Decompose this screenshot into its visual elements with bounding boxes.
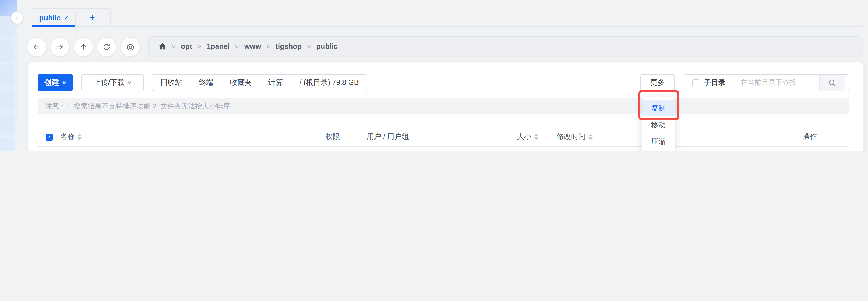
select-all-checkbox[interactable]: ✓ [45, 134, 53, 141]
plus-icon: + [90, 12, 95, 23]
search-group: 子目录 在当前目录下查找 [684, 74, 849, 91]
upload-download-button[interactable]: 上传/下载∨ [81, 74, 144, 91]
search-icon [828, 78, 836, 87]
arrow-up-icon [80, 43, 88, 51]
root-disk-info[interactable]: / (根目录) 79.8 GB [291, 75, 367, 91]
col-mtime: 修改时间 [557, 132, 586, 141]
menu-item-copy[interactable]: 复制 [642, 100, 675, 116]
tab-public[interactable]: public × [32, 8, 76, 27]
sort-name[interactable] [77, 133, 82, 140]
breadcrumb-segment[interactable]: tigshop [276, 42, 302, 51]
sidebar-item[interactable] [0, 113, 14, 135]
create-label: 创建 [44, 78, 59, 88]
file-manager-app: ∨ ∨ ∨ ‹ public × + > opt > [0, 0, 868, 150]
breadcrumb-segment[interactable]: public [316, 42, 338, 51]
table-row[interactable]: ✓ admin 0755 root (0) / root (0) 计算 2026… [38, 147, 849, 150]
refresh-button[interactable] [97, 37, 117, 57]
breadcrumb-separator: > [172, 43, 176, 50]
sidebar-item[interactable]: ∨ [0, 65, 14, 87]
breadcrumb-separator: > [197, 43, 201, 50]
search-button[interactable] [819, 75, 845, 91]
active-tab-underline [32, 25, 74, 27]
eye-icon [126, 43, 134, 51]
col-name: 名称 [60, 132, 74, 141]
sort-size[interactable] [534, 133, 538, 140]
sidebar-item[interactable] [0, 40, 14, 62]
subdir-checkbox[interactable] [692, 79, 700, 86]
more-dropdown-menu: 复制 移动 压缩 权限 删除 [642, 97, 675, 150]
col-size: 大小 [517, 132, 531, 141]
upload-download-label: 上传/下载 [94, 78, 125, 88]
create-button[interactable]: 创建∨ [38, 74, 73, 91]
tab-label: public [39, 14, 61, 22]
back-button[interactable] [27, 37, 47, 57]
chevron-down-icon: ∨ [127, 80, 132, 85]
refresh-icon [102, 43, 111, 51]
home-icon[interactable] [158, 42, 166, 51]
toolbar-button-group: 回收站 终端 收藏夹 计算 / (根目录) 79.8 GB [152, 74, 367, 91]
sort-mtime[interactable] [588, 133, 593, 140]
chevron-down-icon: ∨ [61, 80, 67, 85]
sidebar-collapse-button[interactable]: ‹ [11, 11, 24, 24]
search-input[interactable]: 在当前目录下查找 [734, 75, 819, 91]
subdir-label: 子目录 [704, 78, 725, 88]
breadcrumb: > opt > 1panel > www > tigshop > public [148, 36, 862, 56]
breadcrumb-separator: > [267, 43, 270, 50]
notice-banner: 注意：1. 搜索结果不支持排序功能 2. 文件夹无法按大小排序。 [38, 98, 849, 114]
breadcrumb-segment[interactable]: 1panel [207, 42, 230, 51]
sidebar-item[interactable] [0, 138, 14, 150]
tab-close-icon[interactable]: × [64, 14, 68, 22]
col-actions: 操作 [684, 132, 849, 141]
breadcrumb-segment[interactable]: opt [181, 42, 192, 51]
menu-item-permission[interactable]: 权限 [642, 150, 675, 150]
col-perm: 权限 [325, 132, 340, 141]
breadcrumb-separator: > [235, 43, 239, 50]
more-label: 更多 [650, 78, 665, 88]
more-button[interactable]: 更多 [641, 74, 675, 91]
recycle-bin-button[interactable]: 回收站 [152, 75, 190, 91]
toggle-hidden-files-button[interactable] [120, 37, 140, 57]
tab-strip-border [32, 26, 862, 27]
col-owner: 用户 / 用户组 [367, 132, 409, 141]
subdir-toggle[interactable]: 子目录 [684, 75, 734, 91]
sidebar-item[interactable]: ∨ [0, 89, 14, 111]
add-tab-button[interactable]: + [74, 8, 111, 27]
arrow-left-icon [33, 43, 41, 51]
table-header: ✓ 名称 权限 用户 / 用户组 大小 修改时间 操作 [38, 127, 849, 147]
terminal-button[interactable]: 终端 [190, 75, 221, 91]
up-button[interactable] [73, 37, 93, 57]
forward-button[interactable] [50, 37, 70, 57]
breadcrumb-segment[interactable]: www [244, 42, 261, 51]
favorites-button[interactable]: 收藏夹 [221, 75, 260, 91]
chevron-left-icon: ‹ [16, 14, 18, 21]
breadcrumb-separator: > [307, 43, 311, 50]
menu-item-compress[interactable]: 压缩 [642, 133, 675, 150]
arrow-right-icon [56, 43, 64, 51]
calculate-button[interactable]: 计算 [260, 75, 291, 91]
menu-item-move[interactable]: 移动 [642, 116, 675, 133]
